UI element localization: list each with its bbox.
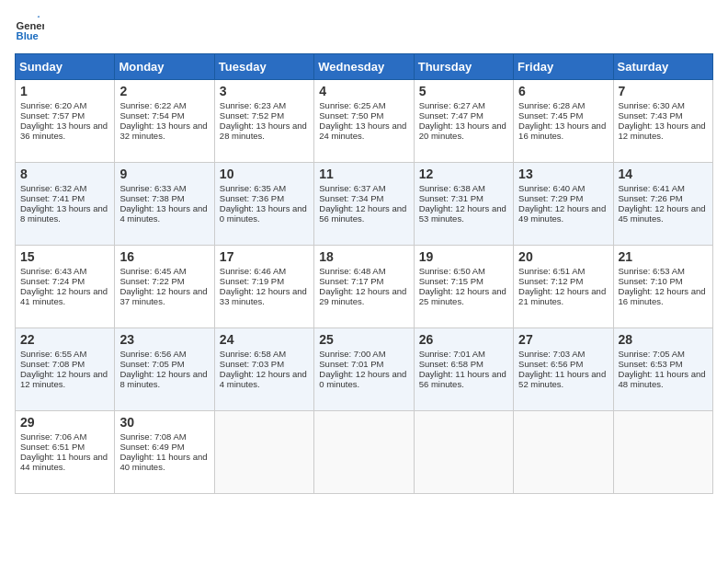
day-number: 25 <box>319 332 408 347</box>
day-header-thursday: Thursday <box>414 54 513 80</box>
day-info: Sunset: 7:22 PM <box>119 276 209 286</box>
day-number: 30 <box>119 415 209 430</box>
day-info: Sunrise: 6:48 AM <box>319 266 408 276</box>
calendar-cell: 9Sunrise: 6:33 AMSunset: 7:38 PMDaylight… <box>115 163 214 246</box>
day-info: Sunrise: 6:35 AM <box>220 183 309 193</box>
day-info: Sunrise: 7:00 AM <box>319 349 408 359</box>
day-header-saturday: Saturday <box>613 54 712 80</box>
calendar-cell: 16Sunrise: 6:45 AMSunset: 7:22 PMDayligh… <box>115 246 214 328</box>
calendar-cell: 13Sunrise: 6:40 AMSunset: 7:29 PMDayligh… <box>514 163 613 246</box>
day-number: 7 <box>619 84 708 98</box>
calendar-cell: 10Sunrise: 6:35 AMSunset: 7:36 PMDayligh… <box>214 163 313 246</box>
day-info: Daylight: 12 hours and 0 minutes. <box>319 369 408 389</box>
day-info: Sunrise: 6:20 AM <box>20 100 109 110</box>
day-info: Sunset: 7:54 PM <box>119 110 209 121</box>
day-info: Daylight: 12 hours and 53 minutes. <box>419 203 508 224</box>
calendar-cell: 6Sunrise: 6:28 AMSunset: 7:45 PMDaylight… <box>514 80 613 163</box>
day-number: 24 <box>220 332 309 347</box>
page-header: General Blue <box>15 15 713 44</box>
day-number: 4 <box>319 84 408 98</box>
day-info: Sunset: 6:58 PM <box>419 359 508 369</box>
calendar-cell <box>314 411 414 494</box>
day-info: Daylight: 12 hours and 16 minutes. <box>619 286 708 306</box>
calendar-cell: 8Sunrise: 6:32 AMSunset: 7:41 PMDaylight… <box>16 163 115 246</box>
day-info: Daylight: 11 hours and 52 minutes. <box>518 369 608 389</box>
day-info: Sunset: 7:10 PM <box>619 276 708 286</box>
day-info: Sunset: 7:17 PM <box>319 276 408 286</box>
day-number: 22 <box>20 332 109 347</box>
day-number: 27 <box>518 332 608 347</box>
day-info: Sunrise: 6:56 AM <box>119 349 209 359</box>
day-info: Sunrise: 6:53 AM <box>619 266 708 276</box>
day-info: Sunset: 7:12 PM <box>518 276 608 286</box>
day-info: Sunrise: 6:50 AM <box>419 266 508 276</box>
day-number: 29 <box>20 415 109 430</box>
svg-text:General: General <box>17 20 44 31</box>
day-info: Sunrise: 7:06 AM <box>20 431 109 442</box>
day-number: 12 <box>419 167 508 181</box>
day-number: 11 <box>319 167 408 181</box>
day-info: Sunrise: 6:27 AM <box>419 100 508 110</box>
calendar-cell: 21Sunrise: 6:53 AMSunset: 7:10 PMDayligh… <box>613 246 712 328</box>
day-info: Sunset: 7:45 PM <box>518 110 608 121</box>
day-info: Daylight: 12 hours and 33 minutes. <box>220 286 309 306</box>
day-info: Sunset: 7:24 PM <box>20 276 109 286</box>
calendar-table: SundayMondayTuesdayWednesdayThursdayFrid… <box>15 53 713 494</box>
day-info: Sunset: 7:26 PM <box>619 193 708 203</box>
calendar-cell: 2Sunrise: 6:22 AMSunset: 7:54 PMDaylight… <box>115 80 214 163</box>
day-info: Daylight: 13 hours and 36 minutes. <box>20 121 109 141</box>
day-info: Daylight: 11 hours and 56 minutes. <box>419 369 508 389</box>
day-info: Daylight: 13 hours and 0 minutes. <box>220 203 309 224</box>
day-number: 9 <box>119 167 209 181</box>
day-number: 18 <box>319 249 408 264</box>
day-info: Sunrise: 6:38 AM <box>419 183 508 193</box>
day-info: Sunrise: 7:05 AM <box>619 349 708 359</box>
day-number: 3 <box>220 84 309 98</box>
day-info: Daylight: 12 hours and 25 minutes. <box>419 286 508 306</box>
day-number: 26 <box>419 332 508 347</box>
calendar-cell: 14Sunrise: 6:41 AMSunset: 7:26 PMDayligh… <box>613 163 712 246</box>
calendar-cell: 12Sunrise: 6:38 AMSunset: 7:31 PMDayligh… <box>414 163 513 246</box>
day-info: Sunset: 7:36 PM <box>220 193 309 203</box>
day-number: 14 <box>619 167 708 181</box>
day-info: Sunset: 7:08 PM <box>20 359 109 369</box>
day-number: 2 <box>119 84 209 98</box>
calendar-cell: 5Sunrise: 6:27 AMSunset: 7:47 PMDaylight… <box>414 80 513 163</box>
day-info: Daylight: 13 hours and 16 minutes. <box>518 121 608 141</box>
day-header-sunday: Sunday <box>16 54 115 80</box>
calendar-cell: 4Sunrise: 6:25 AMSunset: 7:50 PMDaylight… <box>314 80 414 163</box>
calendar-cell: 30Sunrise: 7:08 AMSunset: 6:49 PMDayligh… <box>115 411 214 494</box>
day-info: Daylight: 11 hours and 40 minutes. <box>119 452 209 472</box>
day-header-wednesday: Wednesday <box>314 54 414 80</box>
day-info: Sunrise: 6:22 AM <box>119 100 209 110</box>
calendar-cell: 28Sunrise: 7:05 AMSunset: 6:53 PMDayligh… <box>613 328 712 411</box>
day-info: Sunrise: 6:32 AM <box>20 183 109 193</box>
calendar-cell <box>214 411 313 494</box>
day-info: Daylight: 12 hours and 8 minutes. <box>119 369 209 389</box>
day-info: Sunrise: 6:55 AM <box>20 349 109 359</box>
day-number: 6 <box>518 84 608 98</box>
day-info: Sunrise: 7:08 AM <box>119 431 209 442</box>
calendar-cell: 18Sunrise: 6:48 AMSunset: 7:17 PMDayligh… <box>314 246 414 328</box>
calendar-cell: 27Sunrise: 7:03 AMSunset: 6:56 PMDayligh… <box>514 328 613 411</box>
day-info: Sunrise: 6:30 AM <box>619 100 708 110</box>
svg-marker-2 <box>38 16 40 17</box>
day-info: Sunrise: 6:41 AM <box>619 183 708 193</box>
calendar-cell: 25Sunrise: 7:00 AMSunset: 7:01 PMDayligh… <box>314 328 414 411</box>
day-info: Sunrise: 6:58 AM <box>220 349 309 359</box>
day-info: Daylight: 12 hours and 41 minutes. <box>20 286 109 306</box>
calendar-cell: 20Sunrise: 6:51 AMSunset: 7:12 PMDayligh… <box>514 246 613 328</box>
day-number: 13 <box>518 167 608 181</box>
calendar-cell: 15Sunrise: 6:43 AMSunset: 7:24 PMDayligh… <box>16 246 115 328</box>
calendar-cell: 29Sunrise: 7:06 AMSunset: 6:51 PMDayligh… <box>16 411 115 494</box>
logo-icon: General Blue <box>15 15 44 44</box>
day-info: Sunset: 6:49 PM <box>119 442 209 452</box>
day-info: Daylight: 13 hours and 12 minutes. <box>619 121 708 141</box>
calendar-cell <box>414 411 513 494</box>
calendar-cell: 11Sunrise: 6:37 AMSunset: 7:34 PMDayligh… <box>314 163 414 246</box>
day-info: Daylight: 13 hours and 24 minutes. <box>319 121 408 141</box>
day-info: Sunset: 7:31 PM <box>419 193 508 203</box>
day-info: Daylight: 11 hours and 44 minutes. <box>20 452 109 472</box>
calendar-cell: 19Sunrise: 6:50 AMSunset: 7:15 PMDayligh… <box>414 246 513 328</box>
day-info: Daylight: 13 hours and 28 minutes. <box>220 121 309 141</box>
